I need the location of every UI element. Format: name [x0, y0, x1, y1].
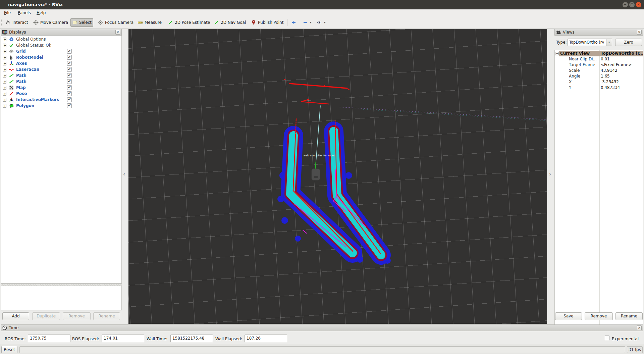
- expander-icon[interactable]: [3, 92, 6, 96]
- displays-tree[interactable]: Global Options Global Status: Ok Grid: [1, 36, 122, 284]
- wall-time-field[interactable]: 1581522175.48: [170, 335, 213, 342]
- tree-row-grid[interactable]: Grid: [1, 48, 121, 54]
- wall-elapsed-field[interactable]: 187.26: [245, 335, 287, 342]
- zero-button[interactable]: Zero: [615, 39, 642, 46]
- ros-elapsed-field[interactable]: 174.01: [102, 335, 144, 342]
- prop-row-angle[interactable]: Angle 1.65: [555, 73, 643, 79]
- current-view-value: TopDownOrtho (r...: [601, 51, 643, 56]
- tree-row-pose[interactable]: Pose: [1, 91, 121, 97]
- prop-value[interactable]: 43.9142: [601, 68, 618, 73]
- tree-row-global-status[interactable]: Global Status: Ok: [1, 42, 121, 48]
- views-close-icon[interactable]: ×: [637, 30, 642, 35]
- robotmodel-checkbox[interactable]: [67, 55, 72, 60]
- expander-icon[interactable]: [3, 98, 6, 102]
- expander-icon[interactable]: [3, 50, 6, 53]
- views-header[interactable]: Views ×: [554, 29, 643, 36]
- tree-row-path2[interactable]: Path: [1, 79, 121, 85]
- collapse-right-panel-icon[interactable]: ›: [549, 171, 551, 177]
- expander-icon[interactable]: [3, 86, 6, 90]
- expander-icon[interactable]: [3, 62, 6, 65]
- expander-icon[interactable]: [3, 56, 6, 59]
- prop-row-target-frame[interactable]: Target Frame <Fixed Frame>: [555, 62, 643, 68]
- displays-header[interactable]: Displays ×: [1, 29, 122, 36]
- expander-icon[interactable]: [3, 68, 6, 71]
- expander-icon[interactable]: [3, 80, 6, 84]
- pose-estimate-tool[interactable]: 2D Pose Estimate: [166, 18, 211, 27]
- prop-value[interactable]: <Fixed Frame>: [601, 62, 632, 67]
- tree-row-axes[interactable]: Axes: [1, 60, 121, 66]
- path-checkbox[interactable]: [67, 73, 72, 78]
- zoom-in-button[interactable]: [290, 18, 298, 27]
- rename-view-button[interactable]: Rename: [615, 312, 643, 320]
- remove-view-button[interactable]: Remove: [585, 312, 613, 320]
- prop-value[interactable]: -3.23432: [601, 80, 619, 84]
- prop-row-y[interactable]: Y 0.487334: [555, 85, 643, 91]
- 3d-viewport[interactable]: wait_controller_for_robot: [128, 29, 547, 324]
- view-type-combobox[interactable]: TopDownOrtho (rv ▾: [568, 39, 612, 46]
- polygon-checkbox[interactable]: [67, 103, 72, 108]
- interact-tool[interactable]: Interact: [4, 18, 30, 27]
- expander-icon[interactable]: [3, 38, 6, 41]
- experimental-checkbox[interactable]: [605, 336, 609, 340]
- displays-close-icon[interactable]: ×: [115, 30, 120, 35]
- prop-row-x[interactable]: X -3.23432: [555, 79, 643, 85]
- expander-icon[interactable]: [555, 52, 559, 55]
- maximize-button[interactable]: □: [629, 2, 635, 7]
- path2-checkbox[interactable]: [67, 79, 72, 84]
- prop-row-scale[interactable]: Scale 43.9142: [555, 68, 643, 73]
- add-display-button[interactable]: Add: [2, 312, 29, 320]
- toolbar-drag-handle[interactable]: [1, 19, 2, 26]
- views-tree[interactable]: Current View TopDownOrtho (r... Near Cli…: [554, 50, 643, 333]
- close-button[interactable]: ✕: [636, 2, 641, 7]
- tree-row-laserscan[interactable]: LaserScan: [1, 66, 121, 72]
- grid-checkbox[interactable]: [67, 49, 72, 54]
- minimize-button[interactable]: −: [623, 2, 628, 7]
- zoom-out-button[interactable]: ▾: [301, 18, 313, 27]
- time-close-icon[interactable]: ×: [637, 325, 642, 330]
- scene-overlay: wait_controller_for_robot: [128, 29, 547, 324]
- remove-display-button[interactable]: Remove: [63, 312, 91, 320]
- chevron-down-icon[interactable]: ▾: [606, 39, 612, 46]
- ros-time-field[interactable]: 1750.75: [28, 335, 70, 342]
- current-view-row[interactable]: Current View TopDownOrtho (r...: [555, 51, 643, 56]
- move-camera-tool[interactable]: Move Camera: [32, 18, 69, 27]
- laserscan-checkbox[interactable]: [67, 67, 72, 72]
- tree-row-interactive-markers[interactable]: InteractiveMarkers: [1, 97, 121, 103]
- tree-row-path[interactable]: Path: [1, 72, 121, 79]
- measure-tool[interactable]: Measure: [136, 18, 163, 27]
- displays-splitter[interactable]: [1, 284, 122, 286]
- focus-camera-tool[interactable]: Focus Camera: [97, 18, 135, 27]
- save-view-button[interactable]: Save: [555, 312, 582, 320]
- prop-value[interactable]: 1.65: [601, 74, 610, 79]
- expander-icon[interactable]: [3, 104, 6, 108]
- menu-file[interactable]: File: [3, 9, 12, 16]
- time-header[interactable]: Time ×: [1, 324, 643, 331]
- pose-checkbox[interactable]: [67, 91, 72, 96]
- map-checkbox[interactable]: [67, 85, 72, 90]
- menu-panels[interactable]: Panels: [16, 9, 32, 16]
- select-tool[interactable]: Select: [70, 18, 93, 27]
- visibility-button[interactable]: ▾: [315, 18, 327, 27]
- interactive-markers-checkbox[interactable]: [67, 97, 72, 102]
- tree-row-map[interactable]: Map: [1, 85, 121, 91]
- chevron-down-icon[interactable]: ▾: [310, 21, 312, 24]
- collapse-left-panel-icon[interactable]: ‹: [123, 171, 125, 177]
- duplicate-display-button[interactable]: Duplicate: [32, 312, 60, 320]
- prop-row-near-clip[interactable]: Near Clip Di... 0.01: [555, 56, 643, 62]
- tree-row-polygon[interactable]: Polygon: [1, 103, 121, 109]
- chevron-down-icon[interactable]: ▾: [324, 21, 326, 24]
- menu-help[interactable]: Help: [35, 9, 47, 16]
- expander-icon[interactable]: [3, 44, 6, 47]
- tree-row-robotmodel[interactable]: RobotModel: [1, 54, 121, 60]
- nav-goal-tool[interactable]: 2D Nav Goal: [212, 18, 247, 27]
- expander-icon[interactable]: [3, 74, 6, 78]
- prop-value[interactable]: 0.01: [601, 57, 610, 61]
- axes-checkbox[interactable]: [67, 61, 72, 66]
- titlebar[interactable]: navigation.rviz* - RViz − □ ✕: [0, 0, 644, 9]
- rename-display-button[interactable]: Rename: [93, 312, 120, 320]
- interact-label: Interact: [12, 20, 28, 25]
- publish-point-tool[interactable]: Publish Point: [250, 18, 285, 27]
- reset-button[interactable]: Reset: [1, 346, 17, 353]
- tree-row-global-options[interactable]: Global Options: [1, 36, 121, 42]
- prop-value[interactable]: 0.487334: [601, 85, 620, 90]
